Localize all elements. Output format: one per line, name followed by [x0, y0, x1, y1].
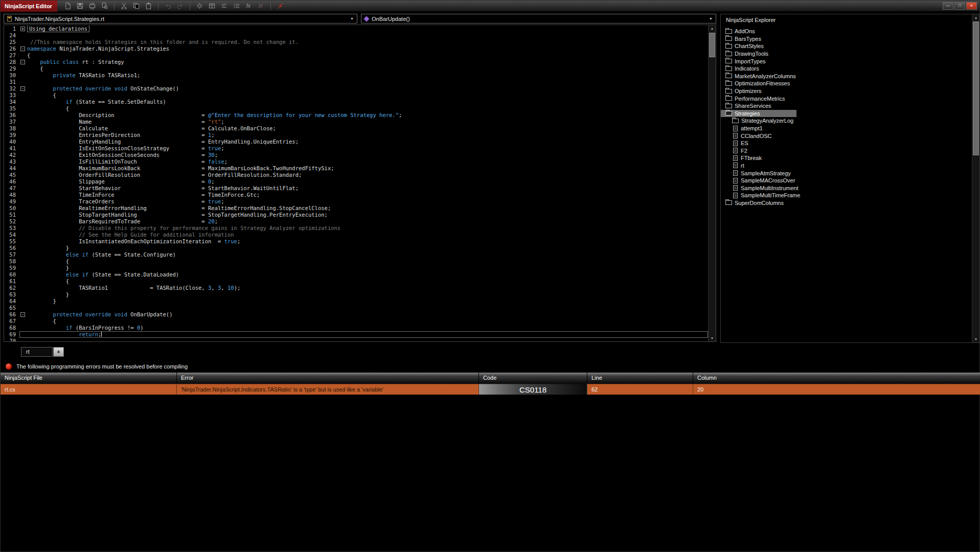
compile-icon[interactable] [195, 2, 204, 10]
code-line[interactable]: 56 } [4, 245, 708, 251]
code-text[interactable]: OrderFillResolution = OrderFillResolutio… [27, 172, 708, 178]
explorer-item-Optimizers[interactable]: Optimizers [721, 87, 796, 95]
explorer-item-FTbreak[interactable]: FTbreak [721, 154, 796, 162]
code-text[interactable] [27, 32, 708, 39]
new-file-icon[interactable] [63, 2, 72, 10]
code-text[interactable]: ExitOnSessionCloseSeconds = 30; [27, 152, 708, 158]
code-text[interactable]: Using declarations [27, 26, 708, 32]
code-text[interactable]: IsExitOnSessionCloseStrategy = true; [27, 145, 708, 152]
close-button[interactable]: × [966, 2, 977, 10]
code-line[interactable]: 27{ [4, 52, 708, 59]
code-line[interactable]: 61 { [4, 278, 708, 285]
scroll-down-icon[interactable]: ▼ [709, 335, 716, 341]
explorer-item-ChartStyles[interactable]: ChartStyles [721, 42, 796, 50]
code-line[interactable]: 59 } [4, 265, 708, 271]
code-text[interactable]: if (State == State.SetDefaults) [27, 99, 708, 105]
explorer-item-ES[interactable]: ES [721, 140, 796, 147]
code-line[interactable]: 54 // See the Help Guide for additional … [4, 232, 708, 238]
code-text[interactable]: { [27, 258, 708, 265]
redo-icon[interactable] [176, 2, 185, 10]
file-dropdown[interactable]: NinjaTrader.NinjaScript.Strategies.rt ▼ [4, 14, 357, 24]
editor-vertical-scrollbar[interactable]: ▲ ▼ [708, 25, 716, 341]
code-text[interactable] [27, 79, 708, 85]
code-text[interactable]: else if (State == State.DataLoaded) [27, 271, 708, 278]
code-line[interactable]: 60 else if (State == State.DataLoaded) [4, 271, 708, 278]
align-icon[interactable] [220, 2, 229, 10]
explorer-item-SampleMACrossOver[interactable]: SampleMACrossOver [721, 177, 800, 185]
code-text[interactable]: Slippage = 0; [27, 178, 708, 185]
code-text[interactable]: private TASRatio TASRatio1; [27, 72, 708, 79]
error-column-header-column[interactable]: Column [693, 373, 980, 384]
code-text[interactable]: TraceOrders = true; [27, 198, 708, 205]
code-line[interactable]: 47 StartBehavior = StartBehavior.WaitUnt… [4, 185, 708, 192]
explorer-item-SampleAtmStrategy[interactable]: SampleAtmStrategy [721, 169, 796, 177]
explorer-item-PerformanceMetrics[interactable]: PerformanceMetrics [721, 95, 796, 102]
code-line[interactable]: 29 { [4, 65, 708, 72]
code-line[interactable]: 44 MaximumBarsLookBack = MaximumBarsLook… [4, 165, 708, 172]
code-text[interactable]: public class rt : Strategy [27, 59, 708, 65]
code-text[interactable]: RealtimeErrorHandling = RealtimeErrorHan… [27, 205, 708, 212]
code-line[interactable]: 28- public class rt : Strategy [4, 59, 708, 65]
new-tab-button[interactable]: + [53, 347, 64, 357]
error-row-cell-code[interactable]: CS0118 [479, 384, 587, 395]
code-text[interactable]: StopTargetHandling = StopTargetHandling.… [27, 212, 708, 218]
explorer-item-ImportTypes[interactable]: ImportTypes [721, 57, 796, 65]
code-line[interactable]: 33 { [4, 92, 708, 99]
code-editor[interactable]: 1+Using declarations2425 //This namespac… [4, 25, 716, 342]
member-dropdown[interactable]: OnBarUpdate() ▼ [361, 14, 716, 24]
code-text[interactable]: { [27, 278, 708, 285]
cut-icon[interactable] [120, 2, 128, 10]
chevron-down-icon[interactable]: ▼ [709, 17, 713, 20]
explorer-item-MarketAnalyzerColumns[interactable]: MarketAnalyzerColumns [721, 73, 801, 80]
code-text[interactable]: Name = "rt"; [27, 119, 708, 125]
code-text[interactable]: protected override void OnBarUpdate() [27, 311, 708, 318]
table-icon[interactable] [208, 2, 216, 10]
code-text[interactable] [27, 305, 708, 311]
code-text[interactable]: } [27, 291, 708, 298]
undo-icon[interactable] [164, 2, 172, 10]
disconnect-icon[interactable] [276, 2, 285, 10]
tab-rt[interactable]: rt [21, 347, 53, 357]
scroll-down-icon[interactable]: ▼ [972, 336, 979, 342]
explorer-item-AddOns[interactable]: AddOns [721, 28, 796, 35]
code-line[interactable]: 46 Slippage = 0; [4, 178, 708, 185]
code-line[interactable]: 67 { [4, 318, 708, 325]
copy-icon[interactable] [132, 2, 141, 10]
explorer-item-Strategies[interactable]: Strategies [721, 110, 796, 118]
code-line[interactable]: 26-namespace NinjaTrader.NinjaScript.Str… [4, 45, 708, 52]
code-line[interactable]: 55 IsInstantiatedOnEachOptimizationItera… [4, 238, 708, 245]
explorer-vertical-scrollbar[interactable]: ▲ ▼ [972, 14, 979, 342]
explorer-item-ShareServices[interactable]: ShareServices [721, 102, 796, 110]
error-row-cell-error[interactable]: 'NinjaTrader.NinjaScript.Indicators.TASR… [177, 384, 479, 395]
code-line[interactable]: 24 [4, 32, 708, 39]
code-text[interactable]: //This namespace holds Strategies in thi… [27, 39, 708, 45]
scroll-up-icon[interactable]: ▲ [972, 14, 979, 21]
code-line[interactable]: 38 Calculate = Calculate.OnBarClose; [4, 125, 708, 132]
paste-icon[interactable] [144, 2, 153, 10]
code-text[interactable]: protected override void OnStateChange() [27, 85, 708, 92]
code-line[interactable]: 31 [4, 79, 708, 85]
code-line[interactable]: 63 } [4, 291, 708, 298]
code-text[interactable]: // See the Help Guide for additional inf… [27, 232, 708, 238]
code-text[interactable]: IsFillLimitOnTouch = false; [27, 158, 708, 165]
code-text[interactable] [27, 338, 708, 341]
code-line[interactable]: 43 IsFillLimitOnTouch = false; [4, 158, 708, 165]
code-text[interactable]: MaximumBarsLookBack = MaximumBarsLookBac… [27, 165, 708, 172]
code-line[interactable]: 40 EntryHandling = EntryHandling.UniqueE… [4, 139, 708, 145]
code-text[interactable]: EntriesPerDirection = 1; [27, 132, 708, 139]
explorer-item-SampleMultiInstrument[interactable]: SampleMultiInstrument [721, 184, 804, 192]
code-text[interactable]: { [27, 92, 708, 99]
code-text[interactable]: { [27, 65, 708, 72]
code-text[interactable]: IsInstantiatedOnEachOptimizationIteratio… [27, 238, 708, 245]
explorer-item-rt[interactable]: rt [721, 162, 796, 170]
explorer-item-CClandOSC[interactable]: CClandOSC [721, 132, 796, 140]
scroll-up-icon[interactable]: ▲ [709, 25, 716, 32]
explorer-item-StrategyAnalyzerLog[interactable]: StrategyAnalyzerLog [721, 117, 799, 125]
save-icon[interactable] [76, 2, 84, 10]
fx-slash-icon[interactable]: fx [257, 2, 265, 10]
code-line[interactable]: 35 { [4, 105, 708, 112]
fold-collapse-icon[interactable]: - [20, 312, 25, 317]
code-text[interactable]: BarsRequiredToTrade = 20; [27, 218, 708, 225]
code-text[interactable]: TASRatio1 = TASRatio(Close, 3, 3, 10); [27, 285, 708, 291]
code-line[interactable]: 62 TASRatio1 = TASRatio(Close, 3, 3, 10)… [4, 285, 708, 291]
